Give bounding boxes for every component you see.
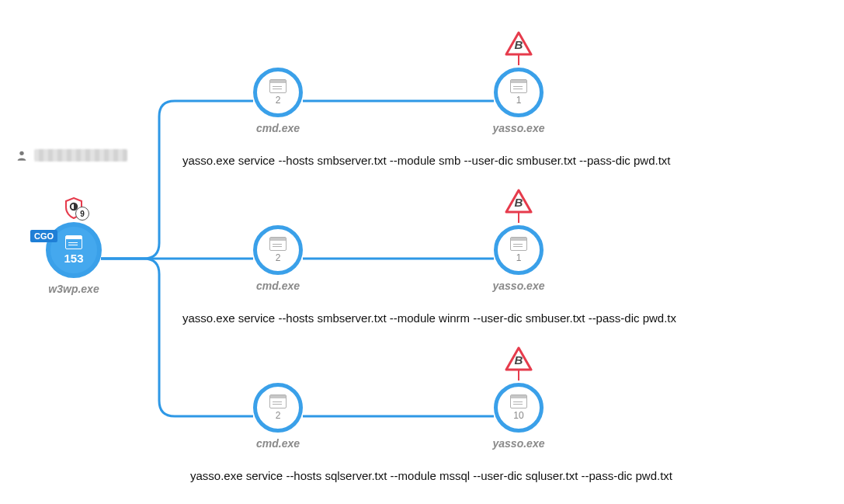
alert-indicator: B: [503, 346, 534, 384]
person-icon: [16, 149, 28, 162]
node-count: 2: [276, 252, 281, 263]
node-count: 2: [276, 410, 281, 421]
node-yasso-1[interactable]: B 1 yasso.exe: [488, 68, 550, 134]
node-label: yasso.exe: [493, 437, 545, 450]
node-label: yasso.exe: [493, 280, 545, 292]
node-label: cmd.exe: [256, 280, 300, 292]
node-yasso-3[interactable]: B 10 yasso.exe: [488, 383, 550, 450]
process-icon: [65, 235, 82, 249]
node-count: 1: [516, 95, 522, 106]
alert-label: B: [503, 353, 534, 367]
process-icon: [510, 79, 527, 93]
node-count: 1: [516, 252, 522, 263]
alert-label: B: [503, 38, 534, 51]
process-icon: [510, 237, 527, 251]
node-count: 2: [276, 95, 281, 106]
node-label: cmd.exe: [256, 437, 300, 450]
node-cmd-2[interactable]: 2 cmd.exe: [247, 225, 309, 292]
node-count: 153: [64, 252, 83, 265]
process-tree-diagram: CGO 9 153 w3wp.exe 2 cmd.exe: [0, 0, 844, 504]
node-cmd-1[interactable]: 2 cmd.exe: [247, 68, 309, 134]
node-cmd-3[interactable]: 2 cmd.exe: [247, 383, 309, 450]
process-icon: [269, 237, 287, 251]
node-label: cmd.exe: [256, 122, 300, 134]
username-redacted: [34, 149, 127, 162]
svg-point-0: [19, 151, 23, 155]
process-icon: [269, 395, 287, 408]
alert-indicator: B: [503, 31, 534, 68]
user-row: [16, 149, 127, 162]
node-yasso-2[interactable]: B 1 yasso.exe: [488, 225, 550, 292]
shield-count: 9: [75, 207, 89, 221]
node-count: 10: [513, 410, 523, 421]
connectors: [0, 0, 844, 504]
node-label: w3wp.exe: [48, 283, 99, 295]
command-line-3: yasso.exe service --hosts sqlserver.txt …: [190, 469, 672, 482]
root-node-w3wp[interactable]: CGO 9 153 w3wp.exe: [43, 222, 105, 295]
process-icon: [269, 79, 287, 93]
cgo-tag: CGO: [30, 230, 57, 242]
command-line-2: yasso.exe service --hosts smbserver.txt …: [182, 311, 676, 325]
command-line-1: yasso.exe service --hosts smbserver.txt …: [182, 154, 671, 167]
node-label: yasso.exe: [493, 122, 545, 134]
alert-label: B: [503, 196, 534, 209]
process-icon: [510, 395, 527, 408]
shield-indicator: 9: [63, 197, 85, 222]
alert-indicator: B: [503, 189, 534, 226]
